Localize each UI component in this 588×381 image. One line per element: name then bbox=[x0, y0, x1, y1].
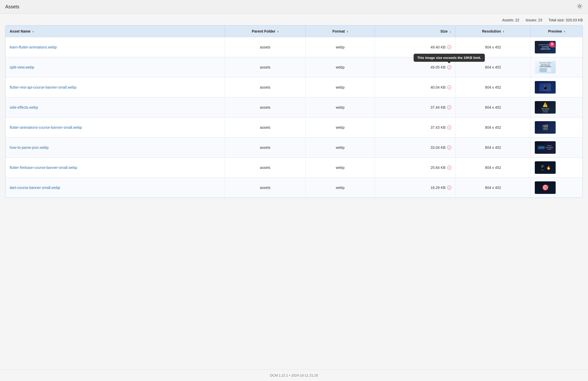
issues-count: Issues: 23 bbox=[526, 18, 542, 22]
info-icon[interactable]: iThis image size exceeds the 10KB limit. bbox=[447, 145, 451, 150]
resolution-cell: 804 x 452 bbox=[455, 97, 531, 118]
resolution-cell: 804 x 452 bbox=[455, 57, 531, 77]
asset-name-link[interactable]: side-effects.webp bbox=[10, 105, 38, 109]
sort-arrow-size: ↓ bbox=[450, 30, 451, 33]
assets-count: Assets: 22 bbox=[502, 18, 519, 22]
size-cell: 33.04 KBiThis image size exceeds the 10K… bbox=[375, 138, 456, 158]
table-row: how-to-parse-json.webpassetswebp33.04 KB… bbox=[5, 138, 583, 158]
preview-cell: LEARN BY EXAMPLE FLUTTERANIMATIONS ⚙ bbox=[531, 37, 583, 57]
col-header-format[interactable]: Format › bbox=[305, 26, 375, 37]
parent-folder-cell: assets bbox=[225, 97, 306, 118]
main-content: Assets: 22 Issues: 23 Total size: 320.03… bbox=[0, 14, 588, 370]
preview-cell: 🎬 bbox=[531, 118, 583, 138]
svg-line-7 bbox=[578, 8, 578, 8]
preview-thumbnail: LEARN BY EXAMPLE FLUTTERANIMATIONS ⚙ bbox=[535, 41, 556, 53]
info-icon[interactable]: iThis image size exceeds the 10KB limit. bbox=[447, 85, 451, 89]
sort-arrow-asset: › bbox=[33, 30, 34, 33]
preview-thumbnail: 🎬 bbox=[535, 121, 556, 134]
preview-cell: JSON How toParse JSONin Dart bbox=[531, 138, 583, 158]
parent-folder-cell: assets bbox=[225, 138, 306, 158]
format-cell: webp bbox=[305, 138, 375, 158]
size-cell: 25.64 KBiThis image size exceeds the 10K… bbox=[375, 158, 456, 178]
asset-name-link[interactable]: learn-flutter-animations.webp bbox=[10, 45, 57, 49]
table-row: learn-flutter-animations.webpassetswebp4… bbox=[5, 37, 583, 57]
col-header-size[interactable]: Size ↓ bbox=[375, 26, 456, 37]
asset-name-link[interactable]: flutter-firebase-course-banner-small.web… bbox=[10, 165, 77, 170]
resolution-cell: 804 x 452 bbox=[455, 138, 531, 158]
table-row: dart-course-banner-small.webpassetswebp1… bbox=[5, 178, 583, 198]
assets-table: Asset Name › Parent Folder › Format › Si… bbox=[5, 26, 583, 198]
size-value: 49.05 KB bbox=[430, 65, 446, 69]
asset-name-link[interactable]: flutter-rest-api-course-banner-small.web… bbox=[10, 85, 76, 89]
parent-folder-cell: assets bbox=[225, 118, 306, 138]
size-cell: 49.40 KBiThis image size exceeds the 10K… bbox=[375, 37, 456, 57]
size-value: 33.04 KB bbox=[430, 145, 446, 150]
size-value: 37.44 KB bbox=[430, 105, 446, 109]
format-cell: webp bbox=[305, 57, 375, 77]
format-cell: webp bbox=[305, 118, 375, 138]
resolution-cell: 804 x 452 bbox=[455, 178, 531, 198]
page-title: Assets bbox=[5, 4, 19, 10]
asset-name-link[interactable]: how-to-parse-json.webp bbox=[10, 145, 49, 150]
preview-thumbnail: 📱 🔥 bbox=[535, 161, 556, 174]
info-icon[interactable]: iThis image size exceeds the 10KB limit. bbox=[447, 45, 451, 49]
col-header-resolution[interactable]: Resolution › bbox=[455, 26, 531, 37]
parent-folder-cell: assets bbox=[225, 158, 306, 178]
sun-icon bbox=[577, 3, 583, 9]
resolution-cell: 804 x 452 bbox=[455, 37, 531, 57]
size-value: 40.04 KB bbox=[430, 85, 446, 89]
asset-name-link[interactable]: split-view.webp bbox=[10, 65, 34, 69]
col-header-asset-name[interactable]: Asset Name › bbox=[5, 26, 225, 37]
preview-thumbnail: JSON How toParse JSONin Dart bbox=[535, 141, 556, 154]
footer-text: DCM 1.22.1 • 2024-10-11 21:20 bbox=[270, 373, 318, 377]
size-cell: 37.44 KBiThis image size exceeds the 10K… bbox=[375, 97, 456, 118]
table-row: flutter-rest-api-course-banner-small.web… bbox=[5, 77, 583, 97]
size-cell: 37.43 KBiThis image size exceeds the 10K… bbox=[375, 118, 456, 138]
svg-line-5 bbox=[578, 4, 578, 5]
info-icon[interactable]: iThis image size exceeds the 10KB limit. bbox=[447, 186, 451, 190]
svg-point-0 bbox=[579, 5, 581, 7]
preview-cell: ⚠️ How to AvoidSide Effectsin Flutter bbox=[531, 97, 583, 118]
parent-folder-cell: assets bbox=[225, 77, 306, 97]
sort-arrow-resolution: › bbox=[503, 30, 504, 33]
table-row: side-effects.webpassetswebp37.44 KBiThis… bbox=[5, 97, 583, 118]
svg-line-6 bbox=[581, 8, 581, 8]
info-icon[interactable]: iThis image size exceeds the 10KB limit. bbox=[447, 125, 451, 130]
preview-thumbnail: 🎯 bbox=[535, 181, 556, 194]
table-row: flutter-animations-course-banner-small.w… bbox=[5, 118, 583, 138]
resolution-cell: 804 x 452 bbox=[455, 118, 531, 138]
table-row: flutter-firebase-course-banner-small.web… bbox=[5, 158, 583, 178]
size-value: 37.43 KB bbox=[430, 125, 446, 130]
resolution-cell: 804 x 452 bbox=[455, 77, 531, 97]
info-icon[interactable]: iThis image size exceeds the 10KB limit. bbox=[447, 165, 451, 170]
resolution-cell: 804 x 452 bbox=[455, 158, 531, 178]
size-cell: 40.04 KBiThis image size exceeds the 10K… bbox=[375, 77, 456, 97]
asset-name-link[interactable]: flutter-animations-course-banner-small.w… bbox=[10, 125, 82, 130]
svg-line-8 bbox=[581, 4, 581, 5]
preview-cell: 🎯 bbox=[531, 178, 583, 198]
sort-arrow-preview: › bbox=[564, 30, 565, 33]
info-icon[interactable]: iThis image size exceeds the 10KB limit. bbox=[447, 65, 451, 69]
info-icon[interactable]: iThis image size exceeds the 10KB limit. bbox=[447, 105, 451, 109]
preview-cell: 📱 🔥 bbox=[531, 158, 583, 178]
app-footer: DCM 1.22.1 • 2024-10-11 21:20 bbox=[0, 370, 588, 381]
total-size: Total size: 320.03 KB bbox=[548, 18, 583, 22]
parent-folder-cell: assets bbox=[225, 57, 306, 77]
size-value: 49.40 KB bbox=[430, 45, 446, 49]
parent-folder-cell: assets bbox=[225, 178, 306, 198]
size-value: 16.29 KB bbox=[430, 186, 446, 190]
size-cell: 16.29 KBiThis image size exceeds the 10K… bbox=[375, 178, 456, 198]
asset-name-link[interactable]: dart-course-banner-small.webp bbox=[10, 186, 60, 190]
table-row: split-view.webpassetswebp49.05 KBiThis i… bbox=[5, 57, 583, 77]
theme-toggle-button[interactable] bbox=[577, 3, 583, 10]
assets-table-wrapper: Asset Name › Parent Folder › Format › Si… bbox=[5, 25, 583, 198]
preview-cell: 📱 bbox=[531, 77, 583, 97]
format-cell: webp bbox=[305, 178, 375, 198]
col-header-preview[interactable]: Preview › bbox=[531, 26, 583, 37]
size-value: 25.64 KB bbox=[430, 165, 446, 170]
preview-thumbnail: 📱 bbox=[535, 81, 556, 94]
table-header-row: Asset Name › Parent Folder › Format › Si… bbox=[5, 26, 583, 37]
format-cell: webp bbox=[305, 158, 375, 178]
sort-arrow-format: › bbox=[347, 30, 348, 33]
col-header-parent-folder[interactable]: Parent Folder › bbox=[225, 26, 306, 37]
